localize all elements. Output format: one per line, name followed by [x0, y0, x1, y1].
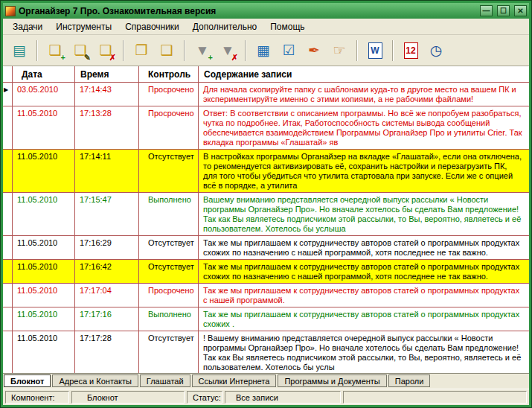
cell-time: 17:17:04: [75, 284, 139, 307]
cell-control: Отсутствует: [139, 331, 199, 373]
hand-pointer-icon[interactable]: ☞: [327, 39, 351, 63]
cell-control: Просрочено: [139, 284, 199, 307]
toolbar-separator: [392, 40, 394, 61]
stamp-icon-glyph: ✒: [308, 43, 320, 57]
title-bar[interactable]: Органайзер 7 Про. Ознакомительная версия…: [3, 3, 529, 19]
table-row[interactable]: 11.05.201017:16:29ОтсутствуетТак же мы п…: [3, 236, 529, 260]
cell-control: Отсутствует: [139, 236, 199, 259]
row-indicator: ▶: [3, 83, 13, 106]
cell-time: 17:16:42: [75, 260, 139, 283]
table-row[interactable]: 11.05.201017:17:16ВыполненоТак же мы при…: [3, 307, 529, 331]
archive-box-icon[interactable]: ▦: [251, 39, 275, 63]
edit-note-icon[interactable]: ❏✎: [68, 39, 92, 63]
table-row[interactable]: 11.05.201017:14:11ОтсутствуетВ настройка…: [3, 150, 529, 193]
basket-icon[interactable]: ▤: [7, 39, 31, 63]
delete-note-icon[interactable]: ❏✗: [94, 39, 118, 63]
component-tabs: БлокнотАдреса и КонтактыГлашатайСсылки И…: [3, 373, 529, 389]
tab-passwords[interactable]: Пароли: [388, 374, 431, 387]
row-indicator: [3, 236, 13, 259]
cell-content: Так же мы приглашаем к сотрудничеству ав…: [199, 307, 529, 331]
calendar-icon[interactable]: 12: [399, 39, 423, 63]
close-button[interactable]: ✕: [514, 5, 527, 16]
word-export-icon[interactable]: W: [363, 39, 387, 63]
tab-notebook[interactable]: Блокнот: [4, 374, 51, 387]
table-row[interactable]: 11.05.201017:13:28ПросроченоОтвет: В соо…: [3, 106, 529, 150]
cell-time: 17:17:28: [75, 331, 139, 373]
cell-date: 11.05.2010: [13, 106, 75, 149]
toolbar-separator: [245, 40, 246, 61]
cell-content: ! Вашему вниманию представляется очередн…: [199, 331, 529, 373]
archive-box-icon-glyph: ▦: [257, 43, 270, 57]
row-indicator: [3, 150, 13, 192]
cell-date: 11.05.2010: [13, 150, 75, 192]
cell-content: Вашему вниманию представляется очередной…: [199, 193, 529, 235]
grid-header: Дата Время Контроль Содержание записи: [3, 66, 529, 83]
menu-help[interactable]: Помощь: [263, 19, 311, 34]
row-indicator: [3, 307, 13, 331]
filter-remove-icon[interactable]: ▼✗: [216, 39, 240, 63]
cell-content: Так же мы приглашаем к сотрудничеству ав…: [199, 260, 529, 283]
notes-list-icon-glyph: ❑: [160, 43, 173, 57]
cell-time: 17:13:28: [75, 106, 139, 149]
cell-content: Ответ: В соответствии с описанием програ…: [199, 106, 529, 149]
row-indicator: [3, 260, 13, 283]
cell-control: Отсутствует: [139, 260, 199, 283]
tab-herald[interactable]: Глашатай: [140, 374, 190, 387]
add-note-icon-badge: +: [61, 54, 65, 62]
tab-internet-links[interactable]: Ссылки Интернета: [192, 374, 277, 387]
status-bar: Компонент: Блокнот Статус: Все записи: [3, 389, 529, 405]
menu-references[interactable]: Справочники: [118, 19, 186, 34]
cell-content: Так же мы приглашаем к сотрудничеству ав…: [199, 284, 529, 307]
statusbar-filler: [343, 391, 527, 404]
calendar-icon-glyph: 12: [404, 42, 418, 59]
table-row[interactable]: ▶03.05.201017:14:43ПросроченоДля начала …: [3, 83, 529, 106]
header-time[interactable]: Время: [75, 66, 139, 82]
table-row[interactable]: 11.05.201017:16:42ОтсутствуетТак же мы п…: [3, 260, 529, 284]
clock-icon[interactable]: ◷: [424, 39, 448, 63]
header-control[interactable]: Контроль: [139, 66, 199, 82]
cell-content: В настройках программы Органайзер на вкл…: [199, 150, 529, 192]
cell-time: 17:17:16: [75, 307, 139, 331]
toolbar-separator: [123, 40, 124, 61]
minimize-button[interactable]: —: [480, 5, 493, 16]
copy-note-icon[interactable]: ❐: [129, 39, 153, 63]
cell-content: Так же мы приглашаем к сотрудничеству ав…: [199, 236, 529, 259]
header-content[interactable]: Содержание записи: [199, 66, 529, 82]
hand-pointer-icon-glyph: ☞: [333, 43, 345, 57]
add-note-icon[interactable]: ❏+: [43, 39, 67, 63]
tasks-check-icon[interactable]: ☑: [277, 39, 301, 63]
filter-remove-icon-badge: ✗: [231, 54, 238, 62]
table-row[interactable]: 11.05.201017:17:28Отсутствует! Вашему вн…: [3, 331, 529, 373]
toolbar-separator: [184, 40, 185, 61]
toolbar-separator: [36, 40, 38, 61]
cell-control: Выполнено: [139, 193, 199, 235]
tab-programs-documents[interactable]: Программы и Документы: [278, 374, 386, 387]
cell-time: 17:15:47: [75, 193, 139, 235]
edit-note-icon-badge: ✎: [84, 54, 91, 62]
menu-tools[interactable]: Инструменты: [49, 19, 118, 34]
cell-time: 17:14:11: [75, 150, 139, 192]
component-value: Блокнот: [71, 391, 185, 404]
header-date[interactable]: Дата: [13, 66, 75, 82]
cell-control: Просрочено: [139, 106, 199, 149]
clock-icon-glyph: ◷: [430, 43, 443, 57]
cell-time: 17:14:43: [75, 83, 139, 106]
toolbar-separator: [356, 40, 358, 61]
filter-add-icon-badge: +: [208, 54, 213, 62]
table-row[interactable]: 11.05.201017:15:47ВыполненоВашему вниман…: [3, 193, 529, 236]
grid-body: ▶03.05.201017:14:43ПросроченоДля начала …: [3, 83, 529, 373]
row-indicator: [3, 193, 13, 235]
filter-add-icon[interactable]: ▼+: [190, 39, 214, 63]
stamp-icon[interactable]: ✒: [302, 39, 326, 63]
cell-date: 11.05.2010: [13, 331, 75, 373]
tasks-check-icon-glyph: ☑: [282, 43, 295, 57]
menu-tasks[interactable]: Задачи: [6, 19, 49, 34]
tab-addresses-contacts[interactable]: Адреса и Контакты: [52, 374, 138, 387]
status-value: Все записи: [225, 391, 341, 404]
menu-additional[interactable]: Дополнительно: [186, 19, 263, 34]
maximize-button[interactable]: ☐: [497, 5, 510, 16]
window-title: Органайзер 7 Про. Ознакомительная версия: [19, 6, 475, 16]
notes-list-icon[interactable]: ❑: [155, 39, 179, 63]
table-row[interactable]: 11.05.201017:17:04ПросроченоТак же мы пр…: [3, 284, 529, 307]
cell-control: Отсутствует: [139, 150, 199, 192]
